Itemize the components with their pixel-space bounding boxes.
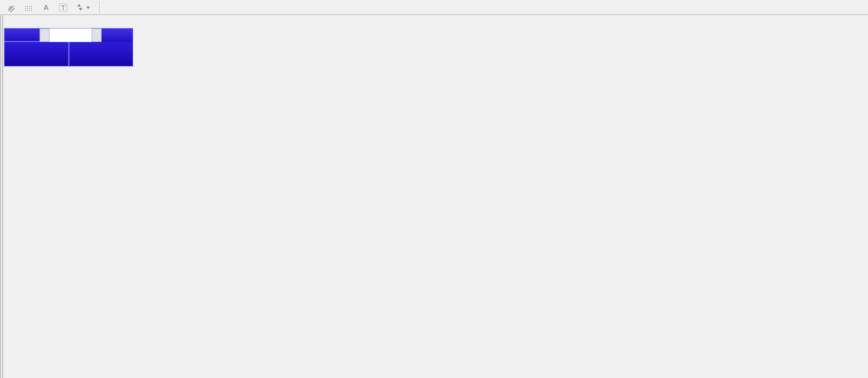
text-tool-icon[interactable]: T	[56, 2, 70, 14]
one-click-trade-panel	[4, 28, 133, 66]
sell-price-display[interactable]	[5, 42, 68, 66]
volume-decrease-button[interactable]	[40, 28, 50, 42]
volume-input[interactable]	[50, 28, 92, 42]
expert-advisors-icon[interactable]	[5, 2, 19, 14]
toolbar: A T	[0, 0, 868, 15]
buy-button[interactable]	[102, 28, 133, 42]
arrows-tool-icon[interactable]	[73, 2, 93, 14]
sell-button[interactable]	[5, 28, 40, 42]
svg-text:A: A	[44, 4, 49, 12]
svg-text:T: T	[61, 4, 65, 11]
volume-increase-button[interactable]	[92, 28, 102, 42]
trading-terminal: A T	[0, 0, 868, 378]
buy-price-display[interactable]	[70, 42, 133, 66]
window-frame-left	[1, 16, 1, 378]
toolbar-separator	[99, 2, 100, 14]
window-frame-left-inner	[3, 16, 3, 378]
fibonacci-grid-icon[interactable]	[22, 2, 36, 14]
text-label-icon[interactable]: A	[39, 2, 53, 14]
